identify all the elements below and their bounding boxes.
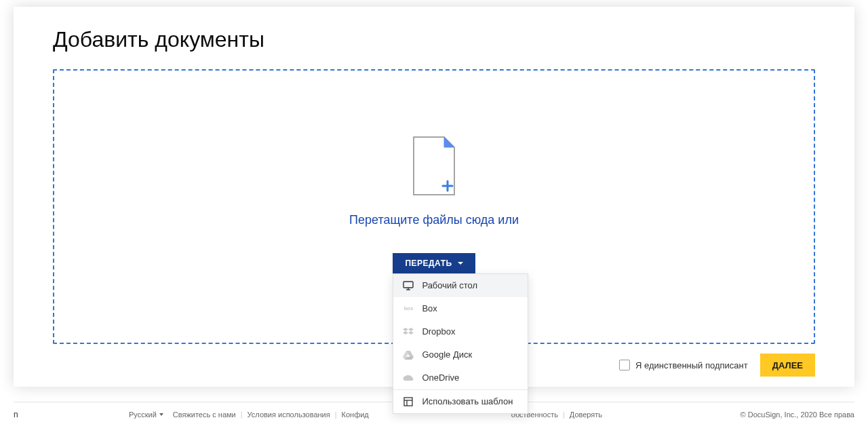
footer-link[interactable]: Доверять xyxy=(570,411,602,419)
template-icon xyxy=(403,396,414,407)
upload-button-label: ПЕРЕДАТЬ xyxy=(405,259,452,268)
dropdown-item-template[interactable]: Использовать шаблон xyxy=(393,389,528,413)
dropdown-item-desktop[interactable]: Рабочий стол xyxy=(393,274,528,297)
dropdown-item-label: Box xyxy=(422,303,437,313)
onedrive-icon xyxy=(403,373,414,383)
chevron-down-icon xyxy=(458,262,463,265)
footer-left-stub: n xyxy=(14,410,18,419)
svg-marker-1 xyxy=(444,137,454,147)
language-selector[interactable]: Русский xyxy=(129,411,163,419)
footer-link[interactable]: Свяжитесь с нами xyxy=(173,411,236,419)
chevron-down-icon xyxy=(159,413,163,416)
dropdown-item-onedrive[interactable]: OneDrive xyxy=(393,366,528,389)
svg-marker-10 xyxy=(408,331,414,335)
document-icon xyxy=(407,134,461,201)
google-drive-icon xyxy=(403,349,414,360)
dropdown-item-label: OneDrive xyxy=(422,373,459,383)
next-button[interactable]: ДАЛЕЕ xyxy=(760,354,815,377)
copyright: © DocuSign, Inc., 2020 Все права xyxy=(741,411,854,419)
svg-rect-4 xyxy=(403,282,413,288)
svg-marker-7 xyxy=(403,328,408,331)
svg-marker-9 xyxy=(403,331,408,335)
svg-rect-14 xyxy=(404,398,412,406)
upload-button[interactable]: ПЕРЕДАТЬ xyxy=(393,253,475,273)
dropdown-item-label: Использовать шаблон xyxy=(422,396,513,406)
dropbox-icon xyxy=(403,326,414,337)
dropdown-item-label: Рабочий стол xyxy=(422,280,477,290)
dropdown-item-label: Google Диск xyxy=(422,349,472,360)
dropdown-item-box[interactable]: box Box xyxy=(393,297,528,320)
dropdown-item-gdrive[interactable]: Google Диск xyxy=(393,343,528,366)
desktop-icon xyxy=(403,280,414,291)
page-title: Добавить документы xyxy=(53,27,815,52)
dropdown-item-dropbox[interactable]: Dropbox xyxy=(393,320,528,343)
box-icon: box xyxy=(403,303,414,314)
dropdown-item-label: Dropbox xyxy=(422,326,455,337)
drop-instruction: Перетащите файлы сюда или xyxy=(349,213,519,227)
svg-marker-13 xyxy=(405,357,414,360)
footer-link[interactable]: Условия использования xyxy=(248,411,330,419)
footer-link[interactable]: Конфид xyxy=(342,411,369,419)
svg-marker-8 xyxy=(408,328,414,331)
dropzone[interactable]: Перетащите файлы сюда или ПЕРЕДАТЬ Рабоч… xyxy=(53,69,815,344)
single-signer-checkbox[interactable] xyxy=(619,360,630,370)
upload-source-dropdown: Рабочий стол box Box Dropbox Google xyxy=(393,273,528,414)
single-signer-label: Я единственный подписант xyxy=(635,360,748,370)
